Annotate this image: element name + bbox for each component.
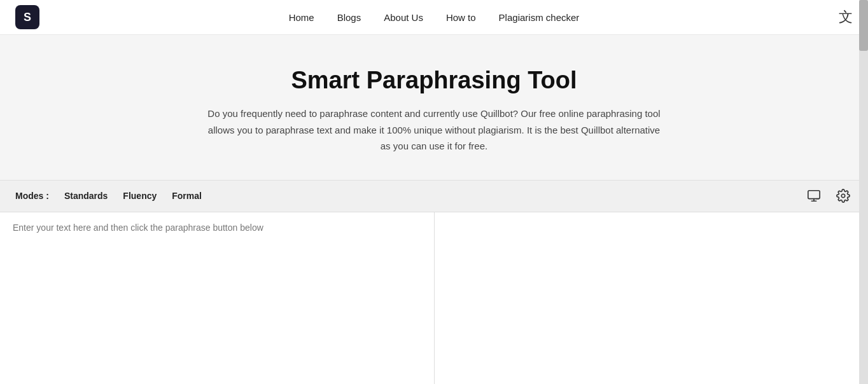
hero-section: Smart Paraphrasing Tool Do you frequentl… xyxy=(0,35,868,180)
logo-letter: S xyxy=(24,11,31,24)
hero-description: Do you frequently need to paraphrase con… xyxy=(205,106,663,154)
scrollbar[interactable] xyxy=(859,0,868,384)
monitor-icon xyxy=(807,189,821,203)
mode-fluency[interactable]: Fluency xyxy=(123,188,157,203)
nav-link-home[interactable]: Home xyxy=(289,12,314,23)
modes-right xyxy=(804,186,853,205)
editor-left-panel xyxy=(0,212,435,384)
mode-formal[interactable]: Formal xyxy=(172,188,202,203)
nav-link-blogs[interactable]: Blogs xyxy=(337,12,361,23)
nav-link-how-to[interactable]: How to xyxy=(446,12,476,23)
hero-title: Smart Paraphrasing Tool xyxy=(13,67,855,94)
svg-point-5 xyxy=(816,198,817,200)
translate-icon[interactable]: ⽂ xyxy=(839,8,853,27)
monitor-icon-button[interactable] xyxy=(804,186,823,205)
editor-right-panel xyxy=(435,212,869,384)
nav-links: Home Blogs About Us How to Plagiarism ch… xyxy=(289,12,580,23)
logo[interactable]: S xyxy=(15,5,39,29)
modes-left: Modes : Standards Fluency Formal xyxy=(15,188,202,203)
svg-rect-0 xyxy=(808,191,820,199)
nav-link-plagiarism-checker[interactable]: Plagiarism checker xyxy=(499,12,580,23)
navbar: S Home Blogs About Us How to Plagiarism … xyxy=(0,0,868,35)
input-textarea[interactable] xyxy=(13,223,421,374)
modes-label: Modes : xyxy=(15,191,49,201)
scrollbar-thumb[interactable] xyxy=(859,0,868,51)
editor-area xyxy=(0,212,868,384)
svg-point-4 xyxy=(818,198,819,200)
tool-section: Modes : Standards Fluency Formal xyxy=(0,180,868,384)
nav-link-about-us[interactable]: About Us xyxy=(384,12,423,23)
mode-standards[interactable]: Standards xyxy=(64,188,108,203)
svg-point-6 xyxy=(841,194,845,198)
settings-icon-button[interactable] xyxy=(834,186,853,205)
svg-point-3 xyxy=(817,198,818,200)
navbar-right: ⽂ xyxy=(839,8,853,27)
modes-bar: Modes : Standards Fluency Formal xyxy=(0,181,868,212)
settings-icon xyxy=(836,189,850,203)
